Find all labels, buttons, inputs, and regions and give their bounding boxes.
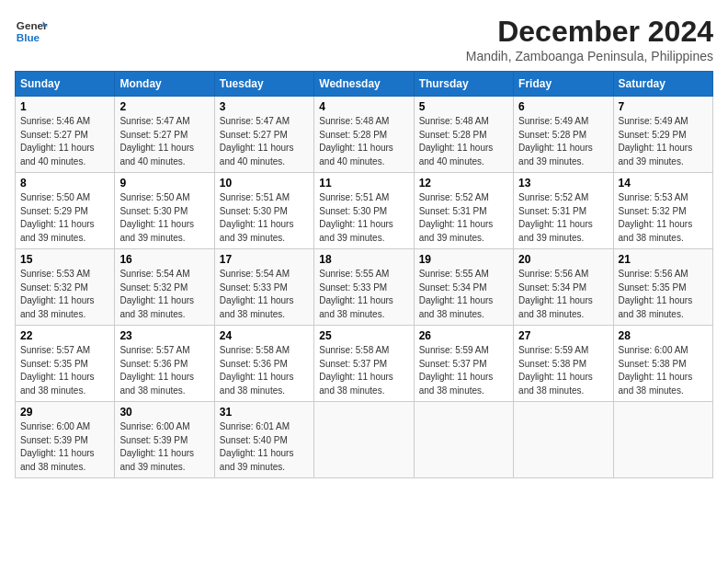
day-number: 31	[220, 406, 309, 419]
calendar-cell: 19Sunrise: 5:55 AM Sunset: 5:34 PM Dayli…	[414, 249, 513, 326]
calendar-cell: 1Sunrise: 5:46 AM Sunset: 5:27 PM Daylig…	[16, 97, 115, 173]
day-info: Sunrise: 5:51 AM Sunset: 5:30 PM Dayligh…	[220, 191, 309, 245]
calendar-cell: 4Sunrise: 5:48 AM Sunset: 5:28 PM Daylig…	[314, 97, 414, 173]
day-info: Sunrise: 5:49 AM Sunset: 5:28 PM Dayligh…	[518, 115, 608, 168]
day-number: 14	[619, 177, 708, 190]
day-number: 2	[119, 100, 209, 113]
day-info: Sunrise: 5:49 AM Sunset: 5:29 PM Dayligh…	[619, 115, 708, 168]
calendar-cell: 28Sunrise: 6:00 AM Sunset: 5:38 PM Dayli…	[613, 326, 712, 402]
calendar-cell	[613, 402, 712, 478]
calendar-cell: 12Sunrise: 5:52 AM Sunset: 5:31 PM Dayli…	[414, 173, 513, 249]
day-number: 22	[20, 329, 109, 342]
calendar-cell: 31Sunrise: 6:01 AM Sunset: 5:40 PM Dayli…	[214, 402, 313, 478]
calendar-cell: 9Sunrise: 5:50 AM Sunset: 5:30 PM Daylig…	[115, 173, 214, 249]
calendar-body: 1Sunrise: 5:46 AM Sunset: 5:27 PM Daylig…	[16, 97, 713, 478]
day-info: Sunrise: 5:52 AM Sunset: 5:31 PM Dayligh…	[419, 191, 508, 245]
day-number: 5	[419, 100, 508, 113]
calendar-week-2: 8Sunrise: 5:50 AM Sunset: 5:29 PM Daylig…	[16, 173, 713, 249]
calendar-cell: 13Sunrise: 5:52 AM Sunset: 5:31 PM Dayli…	[514, 173, 613, 249]
page-subtitle: Mandih, Zamboanga Peninsula, Philippines	[466, 49, 713, 63]
calendar-cell: 24Sunrise: 5:58 AM Sunset: 5:36 PM Dayli…	[214, 326, 313, 402]
day-info: Sunrise: 5:50 AM Sunset: 5:30 PM Dayligh…	[119, 191, 209, 245]
calendar-cell: 30Sunrise: 6:00 AM Sunset: 5:39 PM Dayli…	[115, 402, 214, 478]
calendar-cell: 14Sunrise: 5:53 AM Sunset: 5:32 PM Dayli…	[613, 173, 712, 249]
day-number: 3	[220, 100, 309, 113]
calendar-cell: 6Sunrise: 5:49 AM Sunset: 5:28 PM Daylig…	[514, 97, 613, 173]
day-info: Sunrise: 5:57 AM Sunset: 5:36 PM Dayligh…	[119, 344, 209, 397]
day-number: 28	[619, 329, 708, 342]
day-info: Sunrise: 5:53 AM Sunset: 5:32 PM Dayligh…	[619, 191, 708, 245]
day-number: 29	[20, 406, 109, 419]
day-number: 21	[619, 253, 708, 266]
page-header: General Blue General Blue December 2024 …	[15, 15, 713, 63]
day-number: 10	[220, 177, 309, 190]
column-header-saturday: Saturday	[613, 72, 712, 97]
day-info: Sunrise: 5:47 AM Sunset: 5:27 PM Dayligh…	[220, 115, 309, 168]
day-info: Sunrise: 5:51 AM Sunset: 5:30 PM Dayligh…	[319, 191, 408, 245]
day-info: Sunrise: 5:59 AM Sunset: 5:38 PM Dayligh…	[518, 344, 608, 397]
day-info: Sunrise: 5:54 AM Sunset: 5:33 PM Dayligh…	[220, 268, 309, 321]
calendar-cell: 5Sunrise: 5:48 AM Sunset: 5:28 PM Daylig…	[414, 97, 513, 173]
day-number: 18	[319, 253, 408, 266]
calendar-cell	[314, 402, 414, 478]
svg-text:Blue: Blue	[17, 31, 40, 43]
day-number: 8	[20, 177, 109, 190]
day-number: 23	[119, 329, 209, 342]
calendar-cell: 17Sunrise: 5:54 AM Sunset: 5:33 PM Dayli…	[214, 249, 313, 326]
day-number: 27	[518, 329, 608, 342]
column-header-tuesday: Tuesday	[214, 72, 313, 97]
day-number: 13	[518, 177, 608, 190]
day-number: 9	[119, 177, 209, 190]
day-info: Sunrise: 6:00 AM Sunset: 5:39 PM Dayligh…	[119, 420, 209, 474]
day-info: Sunrise: 5:48 AM Sunset: 5:28 PM Dayligh…	[319, 115, 408, 168]
day-info: Sunrise: 5:47 AM Sunset: 5:27 PM Dayligh…	[119, 115, 209, 168]
calendar-cell: 18Sunrise: 5:55 AM Sunset: 5:33 PM Dayli…	[314, 249, 414, 326]
day-number: 24	[220, 329, 309, 342]
day-info: Sunrise: 5:55 AM Sunset: 5:34 PM Dayligh…	[419, 268, 508, 321]
day-number: 4	[319, 100, 408, 113]
calendar-week-4: 22Sunrise: 5:57 AM Sunset: 5:35 PM Dayli…	[16, 326, 713, 402]
calendar-cell: 26Sunrise: 5:59 AM Sunset: 5:37 PM Dayli…	[414, 326, 513, 402]
column-header-thursday: Thursday	[414, 72, 513, 97]
day-info: Sunrise: 5:56 AM Sunset: 5:35 PM Dayligh…	[619, 268, 708, 321]
day-info: Sunrise: 5:50 AM Sunset: 5:29 PM Dayligh…	[20, 191, 109, 245]
logo-icon: General Blue	[15, 15, 48, 48]
column-header-sunday: Sunday	[16, 72, 115, 97]
day-number: 16	[119, 253, 209, 266]
calendar-cell: 15Sunrise: 5:53 AM Sunset: 5:32 PM Dayli…	[16, 249, 115, 326]
day-number: 26	[419, 329, 508, 342]
day-number: 17	[220, 253, 309, 266]
column-header-wednesday: Wednesday	[314, 72, 414, 97]
day-info: Sunrise: 5:46 AM Sunset: 5:27 PM Dayligh…	[20, 115, 109, 168]
calendar-cell: 2Sunrise: 5:47 AM Sunset: 5:27 PM Daylig…	[115, 97, 214, 173]
day-number: 7	[619, 100, 708, 113]
calendar-cell: 27Sunrise: 5:59 AM Sunset: 5:38 PM Dayli…	[514, 326, 613, 402]
day-number: 1	[20, 100, 109, 113]
day-info: Sunrise: 5:57 AM Sunset: 5:35 PM Dayligh…	[20, 344, 109, 397]
calendar-cell	[414, 402, 513, 478]
calendar-cell: 8Sunrise: 5:50 AM Sunset: 5:29 PM Daylig…	[16, 173, 115, 249]
page-title: December 2024	[466, 15, 713, 49]
calendar-cell: 20Sunrise: 5:56 AM Sunset: 5:34 PM Dayli…	[514, 249, 613, 326]
calendar-header-row: SundayMondayTuesdayWednesdayThursdayFrid…	[16, 72, 713, 97]
calendar-cell: 23Sunrise: 5:57 AM Sunset: 5:36 PM Dayli…	[115, 326, 214, 402]
day-number: 6	[518, 100, 608, 113]
day-number: 15	[20, 253, 109, 266]
day-number: 12	[419, 177, 508, 190]
day-number: 25	[319, 329, 408, 342]
day-info: Sunrise: 5:56 AM Sunset: 5:34 PM Dayligh…	[518, 268, 608, 321]
column-header-friday: Friday	[514, 72, 613, 97]
day-info: Sunrise: 6:01 AM Sunset: 5:40 PM Dayligh…	[220, 420, 309, 474]
calendar-cell	[514, 402, 613, 478]
calendar-week-5: 29Sunrise: 6:00 AM Sunset: 5:39 PM Dayli…	[16, 402, 713, 478]
calendar-cell: 11Sunrise: 5:51 AM Sunset: 5:30 PM Dayli…	[314, 173, 414, 249]
calendar-cell: 7Sunrise: 5:49 AM Sunset: 5:29 PM Daylig…	[613, 97, 712, 173]
day-number: 20	[518, 253, 608, 266]
calendar-week-3: 15Sunrise: 5:53 AM Sunset: 5:32 PM Dayli…	[16, 249, 713, 326]
day-info: Sunrise: 5:48 AM Sunset: 5:28 PM Dayligh…	[419, 115, 508, 168]
calendar-week-1: 1Sunrise: 5:46 AM Sunset: 5:27 PM Daylig…	[16, 97, 713, 173]
calendar-cell: 3Sunrise: 5:47 AM Sunset: 5:27 PM Daylig…	[214, 97, 313, 173]
day-info: Sunrise: 6:00 AM Sunset: 5:39 PM Dayligh…	[20, 420, 109, 474]
column-header-monday: Monday	[115, 72, 214, 97]
day-number: 19	[419, 253, 508, 266]
